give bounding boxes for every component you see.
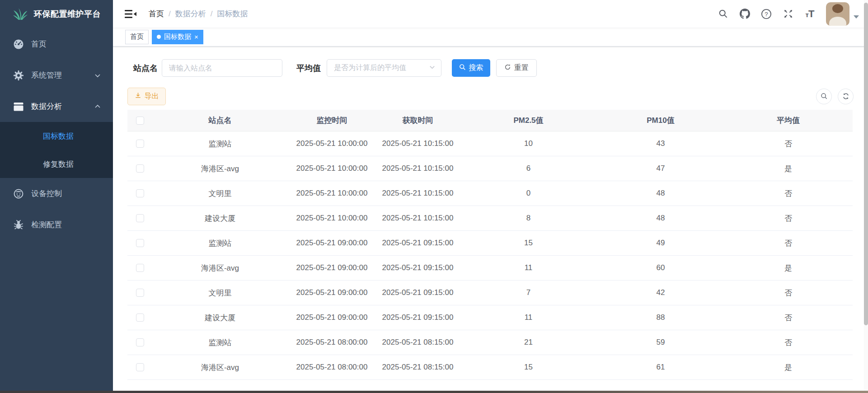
- sidebar-item-system[interactable]: 系统管理: [0, 60, 113, 91]
- table-cell: 是: [724, 256, 853, 280]
- table-cell: 2025-05-21 09:00:00: [288, 281, 376, 305]
- tab-home[interactable]: 首页: [125, 30, 149, 44]
- column-header-average: 平均值: [724, 110, 853, 131]
- table-cell: 监测站: [152, 330, 288, 355]
- breadcrumb-data-analysis: 数据分析: [175, 9, 206, 19]
- row-checkbox[interactable]: [136, 164, 144, 173]
- sidebar-item-detection-config[interactable]: 检测配置: [0, 209, 113, 240]
- user-menu[interactable]: [826, 2, 859, 26]
- gear-icon: [13, 70, 24, 81]
- table-cell: 42: [597, 281, 724, 305]
- table-row: 监测站2025-05-21 10:00:002025-05-21 10:15:0…: [127, 131, 853, 156]
- sidebar-item-device-control[interactable]: 设备控制: [0, 178, 113, 209]
- sidebar-item-national-data[interactable]: 国标数据: [0, 122, 113, 150]
- table-cell: 是: [724, 156, 853, 181]
- sidebar-item-label: 设备控制: [31, 188, 62, 199]
- sidebar-item-data-analysis[interactable]: 数据分析: [0, 91, 113, 122]
- toggle-search-icon[interactable]: [816, 89, 832, 104]
- docs-question-icon[interactable]: ?: [757, 3, 775, 25]
- question-glyph: ?: [765, 11, 768, 18]
- app-title: 环保配置维护平台: [34, 9, 101, 19]
- table-cell: 2025-05-21 09:15:00: [376, 256, 460, 280]
- breadcrumb: 首页 / 数据分析 / 国标数据: [149, 9, 248, 19]
- table-row: 建设大厦2025-05-21 10:00:002025-05-21 10:15:…: [127, 206, 853, 231]
- table-cell: 海港区-avg: [152, 355, 288, 379]
- row-checkbox[interactable]: [136, 239, 144, 247]
- row-checkbox[interactable]: [136, 363, 144, 371]
- scrollbar-thumb[interactable]: [864, 3, 868, 325]
- row-checkbox-cell: [127, 156, 152, 181]
- table-cell: 海港区-avg: [152, 156, 288, 181]
- sidebar-item-repair-data[interactable]: 修复数据: [0, 150, 113, 178]
- form-icon: [13, 101, 24, 112]
- tab-close-icon[interactable]: ×: [194, 33, 198, 40]
- active-dot-icon: [157, 35, 161, 39]
- row-checkbox[interactable]: [136, 264, 144, 272]
- row-checkbox-cell: [127, 330, 152, 355]
- table-cell: 2025-05-21 09:00:00: [288, 305, 376, 330]
- table-cell: 0: [460, 181, 597, 206]
- table-cell: 文明里: [152, 181, 288, 206]
- site-name-label: 站点名: [133, 63, 158, 74]
- table-row: 海港区-avg2025-05-21 10:00:002025-05-21 10:…: [127, 156, 853, 181]
- table-cell: 2025-05-21 09:00:00: [288, 256, 376, 280]
- table-cell: 监测站: [152, 131, 288, 156]
- dashboard-icon: [13, 39, 24, 50]
- table-cell: 2025-05-21 09:15:00: [376, 305, 460, 330]
- table-row: 文明里2025-05-21 10:00:002025-05-21 10:15:0…: [127, 181, 853, 206]
- row-checkbox-cell: [127, 256, 152, 280]
- breadcrumb-home[interactable]: 首页: [149, 9, 164, 19]
- table-cell: 2025-05-21 10:15:00: [376, 131, 460, 156]
- average-select[interactable]: 是否为计算后的平均值: [327, 59, 441, 77]
- avatar[interactable]: [826, 2, 849, 26]
- table-cell: 建设大厦: [152, 206, 288, 230]
- reset-button[interactable]: 重置: [496, 59, 537, 77]
- column-header-site: 站点名: [152, 110, 288, 131]
- table-cell: 否: [724, 330, 853, 355]
- sidebar: 环保配置维护平台 首页: [0, 0, 113, 393]
- table-cell: 7: [460, 281, 597, 305]
- row-checkbox[interactable]: [136, 140, 144, 148]
- navbar-actions: ? тT: [714, 2, 859, 26]
- sidebar-submenu: 国标数据 修复数据: [0, 122, 113, 178]
- hamburger-toggle-icon[interactable]: [125, 9, 136, 19]
- search-icon: [459, 64, 466, 72]
- table-cell: 海港区-avg: [152, 256, 288, 280]
- table-cell: 8: [460, 206, 597, 230]
- github-icon[interactable]: [736, 3, 754, 25]
- refresh-table-icon[interactable]: [838, 89, 854, 104]
- table-cell: 是: [724, 355, 853, 379]
- app-logo[interactable]: 环保配置维护平台: [0, 0, 113, 28]
- tab-national-data[interactable]: 国标数据 ×: [152, 30, 203, 44]
- sidebar-item-home[interactable]: 首页: [0, 28, 113, 60]
- column-header-monitor-time: 监控时间: [288, 110, 376, 131]
- table-cell: 2025-05-21 09:15:00: [376, 231, 460, 255]
- app-root: 环保配置维护平台 首页: [0, 0, 868, 393]
- row-checkbox[interactable]: [136, 338, 144, 346]
- download-icon: [135, 92, 141, 101]
- select-all-checkbox[interactable]: [136, 117, 144, 125]
- export-button[interactable]: 导出: [127, 88, 166, 105]
- row-checkbox-cell: [127, 206, 152, 230]
- site-name-input[interactable]: [162, 59, 282, 77]
- search-button[interactable]: 搜索: [452, 59, 490, 77]
- row-checkbox-cell: [127, 355, 152, 379]
- tab-label: 首页: [130, 33, 144, 41]
- table-cell: 否: [724, 206, 853, 230]
- table-cell: 61: [597, 355, 724, 379]
- caret-down-icon: [854, 15, 859, 19]
- fullscreen-icon[interactable]: [779, 3, 797, 25]
- row-checkbox[interactable]: [136, 189, 144, 197]
- search-button-label: 搜索: [469, 63, 483, 73]
- table-cell: 文明里: [152, 281, 288, 305]
- font-size-icon[interactable]: тT: [801, 3, 819, 25]
- row-checkbox[interactable]: [136, 214, 144, 222]
- search-icon[interactable]: [714, 3, 732, 25]
- row-checkbox[interactable]: [136, 289, 144, 297]
- table-cell: 2025-05-21 08:00:00: [288, 355, 376, 379]
- page-content: 站点名 平均值 是否为计算后的平均值 搜索: [113, 47, 868, 393]
- select-all-cell: [127, 110, 152, 131]
- row-checkbox[interactable]: [136, 313, 144, 322]
- sidebar-item-label: 首页: [31, 39, 47, 49]
- people-icon: [13, 188, 24, 199]
